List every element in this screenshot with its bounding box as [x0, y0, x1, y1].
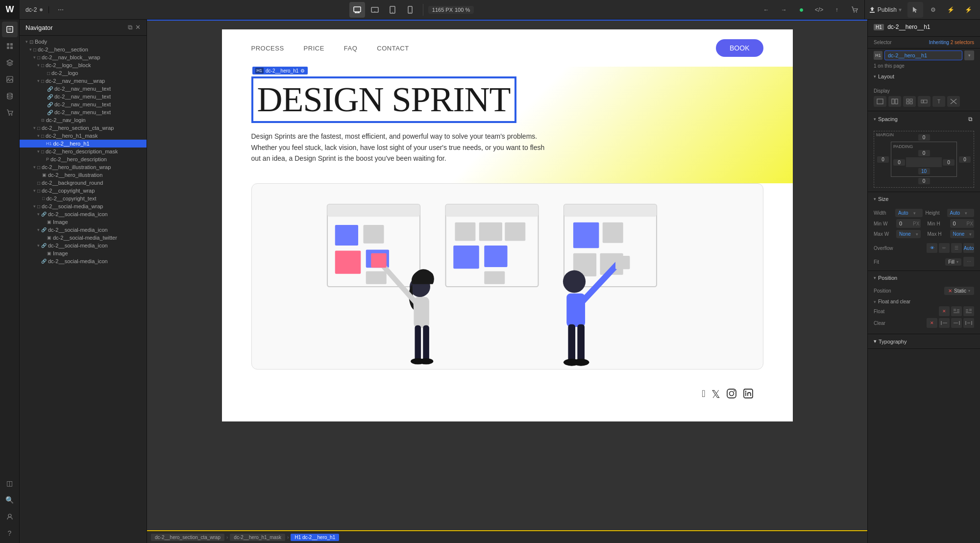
- fit-select-button[interactable]: Fill ▾: [945, 258, 961, 266]
- tree-toggle[interactable]: ▾: [27, 47, 33, 52]
- max-h-dropdown[interactable]: ▾: [967, 232, 974, 237]
- tree-item-social-image-1[interactable]: ▸ ▣ Image: [20, 218, 147, 226]
- tree-item-bg-round[interactable]: ▸ □ dc-2__background_round: [20, 179, 147, 187]
- selector-input-field[interactable]: [884, 50, 962, 60]
- tree-item-social-wrap[interactable]: ▾ □ dc-2__social-media_wrap: [20, 202, 147, 210]
- mobile-view-button[interactable]: [402, 2, 418, 18]
- ecommerce-button[interactable]: [847, 2, 862, 18]
- forward-button[interactable]: →: [776, 2, 792, 18]
- tree-toggle[interactable]: ▾: [35, 227, 41, 233]
- position-section-header[interactable]: ▾ Position: [868, 271, 980, 285]
- float-clear-header[interactable]: ▾ Float and clear: [874, 297, 974, 306]
- float-left-icon[interactable]: [951, 306, 962, 316]
- nav-link-price[interactable]: PRICE: [304, 45, 324, 52]
- tree-item-social-twitter[interactable]: ▸ ▣ dc-2__social-media_twitter: [20, 234, 147, 242]
- tree-item-nav-menu-text-3[interactable]: ▸ 🔗 dc-2__nav_menu__text: [20, 100, 147, 108]
- more-options-button[interactable]: ⋯: [53, 2, 69, 18]
- max-h-value[interactable]: None: [950, 230, 968, 238]
- nav-link-process[interactable]: PROCESS: [251, 45, 284, 52]
- width-dropdown[interactable]: ▾: [911, 211, 918, 216]
- overflow-pen-icon[interactable]: ✏: [939, 243, 950, 253]
- float-right-icon[interactable]: [963, 306, 974, 316]
- tree-item-body[interactable]: ▾ ⊡ Body: [20, 38, 147, 46]
- tree-item-nav-menu-wrap[interactable]: ▾ □ dc-2__nav_menu__wrap: [20, 77, 147, 85]
- display-text-button[interactable]: T: [932, 96, 945, 107]
- nav-link-faq[interactable]: FAQ: [344, 45, 358, 52]
- tree-item-hero-h1[interactable]: ▸ H1 dc-2__hero_h1: [20, 140, 147, 148]
- linkedin-icon[interactable]: [743, 388, 754, 401]
- breadcrumb-h1-mask[interactable]: dc-2__hero_h1_mask: [230, 534, 285, 541]
- margin-right-value[interactable]: 0: [959, 156, 971, 163]
- back-button[interactable]: ←: [759, 2, 774, 18]
- tree-item-logo-block[interactable]: ▾ □ dc-2__logo__block: [20, 61, 147, 69]
- height-dropdown[interactable]: ▾: [963, 211, 969, 216]
- tree-toggle[interactable]: ▾: [31, 188, 37, 194]
- display-block-button[interactable]: [874, 96, 886, 107]
- flash-button[interactable]: ⚡: [960, 2, 976, 18]
- display-grid-button[interactable]: [903, 96, 916, 107]
- tree-item-hero-section[interactable]: ▾ □ dc-2__hero__section: [20, 46, 147, 53]
- tree-toggle[interactable]: ▾: [35, 243, 41, 248]
- size-section-header[interactable]: ▾ Size: [868, 192, 980, 206]
- layout-section-header[interactable]: ▾ Layout: [868, 70, 980, 83]
- tree-toggle[interactable]: ▾: [31, 54, 37, 60]
- tree-item-illus-wrap[interactable]: ▾ □ dc-2__hero_illustration_wrap: [20, 163, 147, 171]
- inheriting-link[interactable]: Inheriting 2 selectors: [929, 40, 974, 45]
- tree-item-copyright-wrap[interactable]: ▾ □ dc-2__copyright_wrap: [20, 187, 147, 195]
- tree-item-nav-menu-text-4[interactable]: ▸ 🔗 dc-2__nav_menu__text: [20, 108, 147, 116]
- min-h-field[interactable]: [950, 219, 965, 228]
- display-none-button[interactable]: [947, 96, 960, 107]
- lightning-button[interactable]: ⚡: [943, 2, 958, 18]
- max-w-value[interactable]: None: [896, 230, 914, 238]
- tree-item-logo[interactable]: ▸ □ dc-2__logo: [20, 69, 147, 77]
- export-button[interactable]: ↑: [829, 2, 845, 18]
- settings-button[interactable]: ⚙: [925, 2, 941, 18]
- search-icon[interactable]: 🔍: [2, 492, 18, 508]
- fit-more-icon[interactable]: ⋯: [963, 257, 974, 267]
- min-w-field[interactable]: [896, 219, 911, 228]
- tree-item-nav-menu-text-1[interactable]: ▸ 🔗 dc-2__nav_menu__text: [20, 85, 147, 93]
- desktop-view-button[interactable]: [349, 2, 365, 18]
- cms-icon[interactable]: [2, 88, 18, 104]
- add-elements-icon[interactable]: [2, 38, 18, 54]
- padding-bottom-value[interactable]: 10: [918, 168, 930, 174]
- margin-top-value[interactable]: 0: [918, 134, 930, 141]
- tree-toggle[interactable]: ▾: [35, 211, 41, 217]
- spacing-expand-icon[interactable]: ⧉: [966, 115, 974, 123]
- tablet-h-view-button[interactable]: [367, 2, 383, 18]
- clear-left-icon[interactable]: [939, 318, 950, 328]
- height-auto-btn[interactable]: Auto: [947, 209, 963, 217]
- tree-toggle[interactable]: ▾: [35, 62, 41, 68]
- canvas-viewport[interactable]: PROCESS PRICE FAQ CONTACT BOOK H1 dc-2__…: [147, 20, 867, 531]
- tree-toggle[interactable]: ▾: [31, 125, 37, 131]
- padding-right-value[interactable]: 0: [943, 159, 955, 166]
- tree-toggle[interactable]: ▾: [24, 39, 29, 45]
- facebook-icon[interactable]: : [702, 388, 705, 401]
- position-select-button[interactable]: ✕ Static ▾: [944, 287, 974, 295]
- instagram-icon[interactable]: [726, 388, 737, 401]
- tree-item-cta-wrap[interactable]: ▾ □ dc-2__hero_section_cta_wrap: [20, 124, 147, 132]
- code-view-button[interactable]: </>: [811, 2, 827, 18]
- tree-item-desc-mask[interactable]: ▾ □ dc-2__hero_description_mask: [20, 148, 147, 155]
- twitter-icon[interactable]: 𝕏: [711, 388, 720, 401]
- tree-item-social-icon-4[interactable]: ▸ 🔗 dc-2__social-media_icon: [20, 257, 147, 265]
- tree-item-social-icon-3[interactable]: ▾ 🔗 dc-2__social-media_icon: [20, 242, 147, 249]
- typography-section-header[interactable]: ▾ Typography: [868, 334, 980, 348]
- tree-item-nav-menu-text-2[interactable]: ▸ 🔗 dc-2__nav_menu__text: [20, 93, 147, 100]
- display-flex-button[interactable]: [888, 96, 901, 107]
- tree-item-nav-login[interactable]: ▸ ⊡ dc-2__nav_login: [20, 116, 147, 124]
- tree-item-nav-block-wrap[interactable]: ▾ □ dc-2__nav_block__wrap: [20, 53, 147, 61]
- spacing-section-header[interactable]: ▾ Spacing ⧉: [868, 111, 980, 127]
- padding-left-value[interactable]: 0: [893, 159, 905, 166]
- tree-item-social-image-3[interactable]: ▸ ▣ Image: [20, 249, 147, 257]
- clear-both-icon[interactable]: [963, 318, 974, 328]
- layers-icon[interactable]: [2, 55, 18, 71]
- tree-toggle[interactable]: ▾: [31, 203, 37, 209]
- float-none-icon[interactable]: ✕: [939, 306, 950, 316]
- assets-icon[interactable]: [2, 72, 18, 87]
- pages-icon[interactable]: [2, 22, 18, 37]
- display-inline-button[interactable]: [918, 96, 931, 107]
- ecommerce-sidebar-icon[interactable]: [2, 105, 18, 121]
- tree-item-social-icon-2[interactable]: ▾ 🔗 dc-2__social-media_icon: [20, 226, 147, 234]
- selector-dropdown-button[interactable]: ▾: [964, 50, 974, 60]
